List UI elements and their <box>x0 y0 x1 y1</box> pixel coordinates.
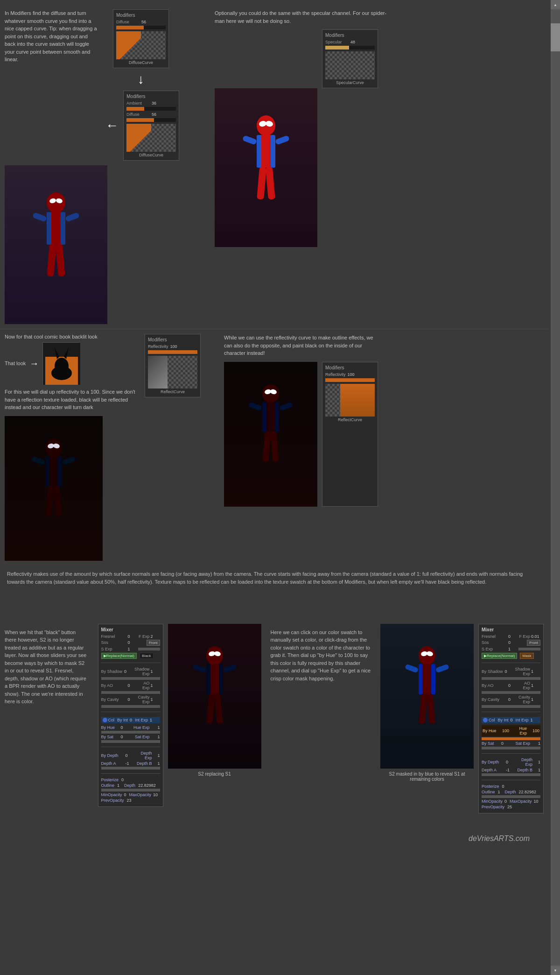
mixer-r-hue-slider[interactable] <box>482 737 540 740</box>
mixer-l-sexp-label2: S Exp <box>101 647 127 651</box>
backlit-thatlook-row: That look → <box>5 342 135 384</box>
scrollbar-down[interactable]: ▼ <box>551 966 560 975</box>
col-left-1: In Modifiers find the diffuse and turn w… <box>5 9 201 324</box>
svg-rect-15 <box>275 135 290 145</box>
svg-point-0 <box>47 192 65 213</box>
svg-rect-64 <box>419 664 423 694</box>
mixer-l-sat-val: 0 <box>121 735 130 739</box>
svg-rect-6 <box>47 244 56 277</box>
mixer-l-deptha-val: -1 <box>126 761 133 766</box>
mixer-l-sos-val: 0 <box>128 640 137 645</box>
mixer-l-depthexp-val: 1 <box>153 753 160 758</box>
mixer-r-sat-label: By Sat <box>482 741 500 746</box>
panel1-diffuse-row: Diffuse 56 <box>116 20 166 24</box>
mixer-l-cavity-slider[interactable] <box>101 705 160 708</box>
mixer-l-int-label: By Int <box>117 718 128 722</box>
mixer-l-hueexp-label: Hue Exp <box>131 725 150 730</box>
mixer-r-mask-btn[interactable]: Mask <box>520 653 533 659</box>
modifier-panel-reflect1: Modifiers Reflectivity 100 <box>145 334 201 397</box>
mixer-l-deptha-label: Depth A <box>101 761 125 766</box>
mixer-l-sat-row: By Sat 0 Sat Exp 1 <box>101 735 160 739</box>
mixer-r-ao-exp-val: 1 <box>531 683 540 688</box>
mixer-r-cavity-slider[interactable] <box>482 705 540 708</box>
mixer-r-ao-slider[interactable] <box>482 691 540 694</box>
panel3-title: Modifiers <box>325 33 375 38</box>
mixer-l-hue-row: By Hue 0 Hue Exp 1 <box>101 725 160 730</box>
panel2-diffuse-slider[interactable] <box>126 118 176 122</box>
mixer-l-ao-slider[interactable] <box>101 691 160 694</box>
reflect2-slider[interactable] <box>325 378 375 382</box>
reflect1-slider[interactable] <box>148 350 197 354</box>
mixer-l-front-btn[interactable]: Front <box>147 640 160 646</box>
svg-rect-61 <box>435 664 449 673</box>
panel2-ambient-label: Ambient <box>126 101 150 106</box>
mixer-l-hue-slider[interactable] <box>101 731 160 734</box>
mixer-r-shadow-slider[interactable] <box>482 677 540 680</box>
mixer-l-fexp-val: 2 <box>151 634 160 639</box>
svg-rect-14 <box>242 135 257 145</box>
mixer-l-depth-slider[interactable] <box>101 767 160 770</box>
section1-text-p1: In Modifiers find the diffuse and turn w… <box>5 9 98 64</box>
mixer-l-outline-slider[interactable] <box>101 789 160 791</box>
mixer-r-col-swatch[interactable]: Col By Int 0 Int Exp 1 <box>482 717 540 723</box>
mixer-r-depth-slider[interactable] <box>482 773 540 776</box>
reflect2-swatch-label: ReflectCurve <box>325 417 375 422</box>
reflect1-title: Modifiers <box>148 337 197 342</box>
mixer-l-sat-slider[interactable] <box>101 740 160 743</box>
svg-rect-52 <box>206 693 215 724</box>
panel3-swatch-checker <box>325 51 375 79</box>
mixer-l-shadow-val: 0 <box>124 669 133 674</box>
mixer-l-black-btn[interactable]: Black <box>140 653 154 659</box>
panel1-diffuse-slider[interactable] <box>116 26 166 29</box>
mixer-l-prevop-val: 23 <box>127 798 132 803</box>
modifier-panel-specular: Modifiers Specular 48 SpecularCurve <box>322 29 378 88</box>
mixer-l-depth-label: By Depth <box>101 753 125 758</box>
mixer-l-col-swatch[interactable]: Col By Int 0 Int Exp 1 <box>101 717 160 723</box>
mixer-r-sexp-label2: S Exp <box>482 647 507 651</box>
arrow-down-1: ↓ <box>132 70 150 89</box>
panel2-swatch <box>126 124 176 152</box>
reflect1-swatch <box>148 356 197 389</box>
spiderman-dark-image <box>5 416 103 561</box>
svg-rect-35 <box>58 456 62 487</box>
mixer-right-text-p: Here we can click on our color swatch to… <box>271 629 371 683</box>
mixer-l-depth2-label: Depth <box>124 783 135 788</box>
scrollbar-thumb[interactable] <box>551 23 560 51</box>
mixer-l-minop-label: MinOpacity <box>101 792 122 797</box>
svg-rect-4 <box>32 212 47 222</box>
svg-rect-55 <box>219 664 223 694</box>
mixer-l-sexp-slider[interactable] <box>138 648 160 650</box>
svg-rect-63 <box>427 693 435 724</box>
mixer-r-depthb-label: Depth B <box>514 768 532 772</box>
scrollbar-track[interactable]: ▲ ▼ <box>551 0 560 975</box>
mixer-r-front-btn[interactable]: Front <box>527 640 540 646</box>
mixer-l-cavity-row: By Cavity 0 Cavity Exp 1 <box>101 695 160 704</box>
panel3-specular-slider[interactable] <box>325 46 375 49</box>
mixer-l-shadow-slider[interactable] <box>101 677 160 680</box>
mixer-r-int-val: 0 <box>511 718 513 722</box>
panel2-ambient-slider[interactable] <box>126 107 176 111</box>
spiderman-svg-2 <box>238 112 294 224</box>
mixer-l-cavity-exp-label: Cavity Exp <box>138 695 150 704</box>
mixer-r-fresnel-val: 0 <box>508 634 518 639</box>
mixer-r-outline-slider[interactable] <box>482 795 540 798</box>
mixer-r-sexp-slider[interactable] <box>518 648 540 650</box>
mixer-l-satexp-val: 1 <box>151 735 160 739</box>
reflect2-fill <box>325 378 375 382</box>
dark-spiderman-container <box>5 416 210 561</box>
svg-rect-60 <box>405 664 419 673</box>
mixer-l-sat-label: By Sat <box>101 735 120 739</box>
spiderman-image-1 <box>5 165 107 324</box>
mixer-r-sat-slider[interactable] <box>482 747 540 749</box>
svg-rect-33 <box>53 485 62 516</box>
mixer-l-replace-btn[interactable]: ▶Replace(Normal) <box>101 653 137 659</box>
mixer-r-cavity-row: By Cavity 0 Cavity Exp 1 <box>482 695 540 704</box>
section-divider-3 <box>0 610 548 619</box>
panel1-swatch-label: DiffuseCurve <box>116 60 166 65</box>
section1-right-text: Optionally you could do the same with th… <box>215 9 392 25</box>
batman-thumbnail <box>42 342 80 384</box>
mixer-r-replace-btn[interactable]: ▶Replace(Normal) <box>482 653 517 659</box>
reflect2-swatch <box>325 384 375 417</box>
scrollbar-up[interactable]: ▲ <box>551 0 560 9</box>
mixer-right-block: S2 masked in by blue to reveal S1 at rem… <box>380 624 544 813</box>
